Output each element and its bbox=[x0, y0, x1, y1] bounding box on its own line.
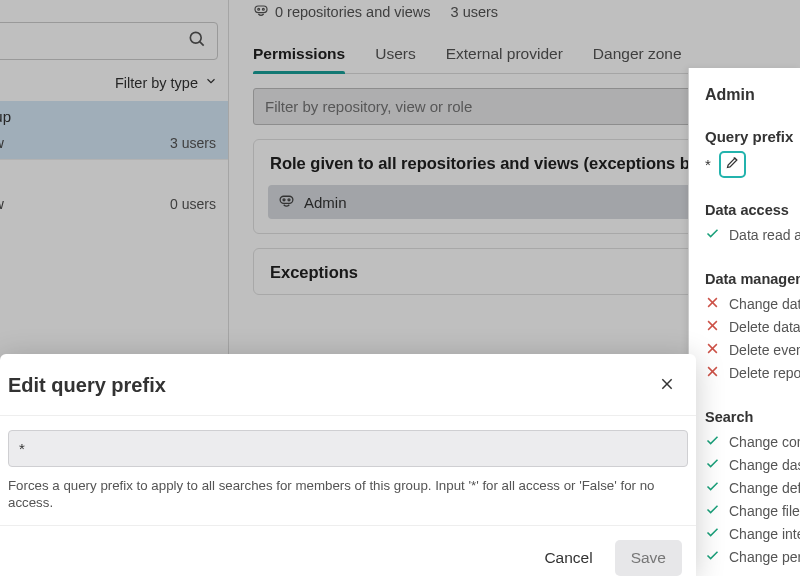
role-detail-panel: Admin Query prefix * Data access Data re… bbox=[688, 68, 800, 576]
edit-query-prefix-button[interactable] bbox=[719, 151, 746, 178]
check-icon bbox=[705, 433, 720, 451]
perm-item: Change data bbox=[705, 295, 800, 313]
query-prefix-value: * bbox=[705, 156, 711, 173]
perm-item: Change con bbox=[705, 433, 800, 451]
check-icon bbox=[705, 502, 720, 520]
perm-item: Change perm bbox=[705, 548, 800, 566]
modal-help-text: Forces a query prefix to apply to all se… bbox=[8, 477, 688, 512]
x-icon bbox=[705, 295, 720, 313]
section-data-access: Data access bbox=[705, 202, 800, 218]
check-icon bbox=[705, 479, 720, 497]
perm-item: Delete event bbox=[705, 341, 800, 359]
role-detail-title: Admin bbox=[705, 86, 800, 104]
x-icon bbox=[705, 341, 720, 359]
edit-query-prefix-modal: Edit query prefix Forces a query prefix … bbox=[0, 354, 696, 576]
close-button[interactable] bbox=[656, 375, 678, 397]
query-prefix-input[interactable] bbox=[8, 430, 688, 467]
perm-item: Change inte bbox=[705, 525, 800, 543]
close-icon bbox=[659, 376, 675, 396]
perm-item: Change files bbox=[705, 502, 800, 520]
modal-title: Edit query prefix bbox=[8, 374, 166, 397]
x-icon bbox=[705, 364, 720, 382]
perm-item: Change das bbox=[705, 456, 800, 474]
section-search: Search bbox=[705, 409, 800, 425]
query-prefix-label: Query prefix bbox=[705, 128, 800, 145]
save-button[interactable]: Save bbox=[615, 540, 682, 576]
check-icon bbox=[705, 226, 720, 244]
check-icon bbox=[705, 525, 720, 543]
pencil-icon bbox=[725, 155, 740, 174]
perm-item: Change defa bbox=[705, 479, 800, 497]
perm-item: Data read ac bbox=[705, 226, 800, 244]
perm-item: Delete repos bbox=[705, 364, 800, 382]
check-icon bbox=[705, 548, 720, 566]
cancel-button[interactable]: Cancel bbox=[540, 541, 596, 575]
x-icon bbox=[705, 318, 720, 336]
check-icon bbox=[705, 456, 720, 474]
perm-item: Delete data bbox=[705, 318, 800, 336]
section-data-management: Data manageme bbox=[705, 271, 800, 287]
